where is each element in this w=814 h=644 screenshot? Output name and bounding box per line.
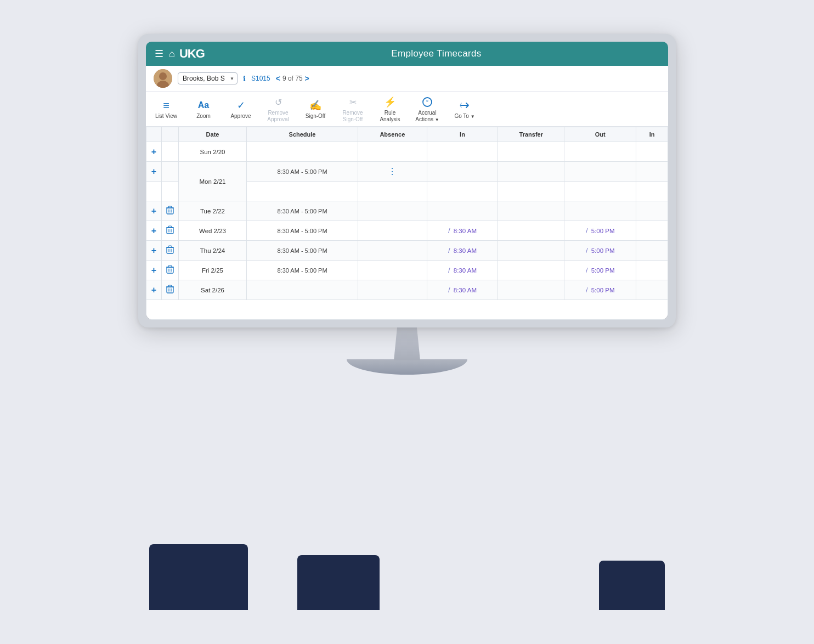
col-absence: Absence [358,127,427,142]
table-row: + Fri 2/25 8:30 AM - 5:00 PM / [146,261,668,280]
slash-icon: / [448,286,450,294]
add-cell[interactable]: + [146,221,162,241]
delete-cell[interactable] [162,201,179,221]
date-cell: Fri 2/25 [179,261,247,280]
delete-row-button[interactable] [166,206,174,216]
time-in: 8:30 AM [454,247,477,254]
accrual-actions-button[interactable]: ° AccrualActions ▼ [414,95,441,123]
zoom-icon: Aa [198,98,209,112]
list-view-button[interactable]: ≡ List View [152,98,180,120]
delete-row-button[interactable] [166,245,174,256]
prev-employee-button[interactable]: < [276,74,280,83]
add-row-button[interactable]: + [151,167,156,176]
time-out: 5:00 PM [591,247,615,254]
rule-analysis-label: RuleAnalysis [380,110,400,123]
employee-select-wrap[interactable]: Brooks, Bob S [178,72,238,84]
time-out: 5:00 PM [591,228,615,234]
time-in: 8:30 AM [454,267,477,274]
add-cell[interactable]: + [146,261,162,280]
hamburger-icon[interactable]: ☰ [155,48,163,60]
in2-cell [636,261,668,280]
in2-cell [636,162,668,182]
remove-sign-off-button[interactable]: ✂ RemoveSign-Off [339,95,366,123]
col-in2: In [636,127,668,142]
in-cell: / 8:30 AM [427,261,498,280]
menu-dots-icon[interactable]: ⋮ [388,167,397,176]
out-cell: / 5:00 PM [564,280,636,300]
delete-cell [162,182,179,201]
table-row: + Sat 2/26 / 8:30 AM [146,280,668,300]
in2-cell [636,142,668,162]
delete-cell[interactable] [162,241,179,261]
remove-sign-off-icon: ✂ [349,95,357,109]
add-row-button[interactable]: + [151,227,156,235]
out-cell: / 5:00 PM [564,221,636,241]
svg-point-1 [159,72,167,80]
in-cell [427,142,498,162]
approve-label: Approve [230,113,251,120]
remove-approval-label: RemoveApproval [267,110,289,123]
delete-row-button[interactable] [166,225,174,236]
employee-bar: Brooks, Bob S ℹ S1015 < 9 of 75 > [146,66,668,92]
absence-cell: ⋮ [358,162,427,182]
add-row-button[interactable]: + [151,266,156,275]
delete-cell[interactable] [162,280,179,300]
ukg-logo: UKG [179,47,205,61]
date-cell: Mon 2/21 [179,162,247,201]
out-cell [564,201,636,221]
absence-cell [358,280,427,300]
add-row-button[interactable]: + [151,148,156,156]
add-cell[interactable]: + [146,280,162,300]
go-to-button[interactable]: Go To ▼ [451,98,478,120]
add-row-button[interactable]: + [151,207,156,216]
add-cell[interactable]: + [146,241,162,261]
delete-cell [162,142,179,162]
time-out: 5:00 PM [591,287,615,293]
delete-row-button[interactable] [166,265,174,275]
employee-nav: < 9 of 75 > [276,74,309,83]
add-cell[interactable]: + [146,201,162,221]
schedule-cell: 8:30 AM - 5:00 PM [247,261,358,280]
sign-off-button[interactable]: ✍ Sign-Off [302,98,329,120]
remove-approval-icon: ↺ [275,95,282,109]
add-row-button[interactable]: + [151,286,156,295]
transfer-cell [498,201,564,221]
schedule-cell [247,182,358,201]
add-cell[interactable]: + [146,142,162,162]
schedule-cell [247,280,358,300]
add-cell[interactable]: + [146,162,162,182]
col-out: Out [564,127,636,142]
svg-rect-9 [167,287,173,293]
svg-rect-7 [167,247,173,253]
delete-cell[interactable] [162,261,179,280]
go-to-icon [459,98,471,112]
timecard-container: Date Schedule Absence In Transfer Out In [146,127,668,320]
out-cell [564,162,636,182]
remove-approval-button[interactable]: ↺ RemoveApproval [264,95,292,123]
zoom-button[interactable]: Aa Zoom [190,98,217,120]
absence-cell [358,201,427,221]
stand-base [347,359,467,375]
next-employee-button[interactable]: > [305,74,309,83]
delete-cell[interactable] [162,221,179,241]
rule-analysis-button[interactable]: ⚡ RuleAnalysis [376,95,404,123]
in-cell: / 8:30 AM [427,280,498,300]
transfer-cell [498,142,564,162]
date-cell: Tue 2/22 [179,201,247,221]
in2-cell [636,280,668,300]
approve-icon: ✓ [237,98,245,112]
employee-id: S1015 [251,75,270,82]
date-cell: Thu 2/24 [179,241,247,261]
add-row-button[interactable]: + [151,246,156,255]
home-icon[interactable]: ⌂ [169,48,175,60]
schedule-cell: 8:30 AM - 5:00 PM [247,201,358,221]
zoom-label: Zoom [196,113,211,120]
approve-button[interactable]: ✓ Approve [227,98,255,120]
out-cell [564,142,636,162]
go-to-label: Go To ▼ [454,113,474,120]
employee-position: 9 of 75 [282,75,303,82]
employee-select[interactable]: Brooks, Bob S [178,72,238,84]
time-out: 5:00 PM [591,267,615,274]
delete-row-button[interactable] [166,285,174,295]
monitor-stand [347,327,467,375]
